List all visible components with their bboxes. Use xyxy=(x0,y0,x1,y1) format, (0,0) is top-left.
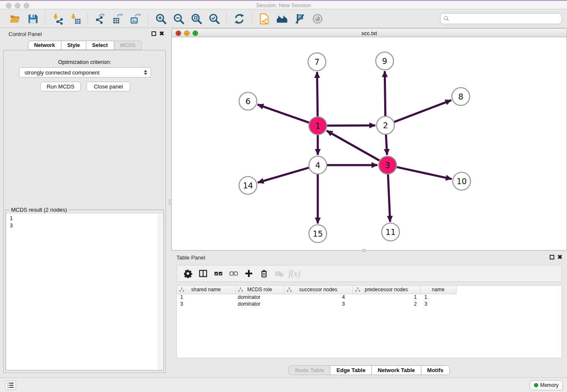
graph-edge-3-10[interactable] xyxy=(396,167,451,179)
delete-table-button[interactable] xyxy=(272,267,286,280)
table-cell[interactable]: 1 xyxy=(177,294,235,301)
graph-node-9[interactable]: 9 xyxy=(376,52,394,70)
refresh-button[interactable] xyxy=(231,12,247,26)
search-field[interactable] xyxy=(440,13,562,24)
export-network-button[interactable] xyxy=(93,12,108,26)
column-header-mcds-role[interactable]: MCDS role xyxy=(235,286,284,294)
save-session-button[interactable] xyxy=(25,12,40,26)
svg-text:3: 3 xyxy=(385,160,390,170)
result-scrollbar[interactable] xyxy=(158,214,163,370)
add-column-button[interactable] xyxy=(242,267,256,280)
tab-node-table[interactable]: Node Table xyxy=(289,365,330,375)
graph-node-11[interactable]: 11 xyxy=(382,223,399,241)
home-button[interactable] xyxy=(274,12,289,26)
eye-button[interactable] xyxy=(310,12,325,26)
window-resize-handle[interactable] xyxy=(363,249,366,252)
column-header-name[interactable]: name xyxy=(420,286,456,294)
table-cell[interactable]: 1 xyxy=(352,294,420,301)
table-cell[interactable]: 3 xyxy=(177,301,235,307)
close-panel-button[interactable]: Close panel xyxy=(86,82,130,91)
graph-node-2[interactable]: 2 xyxy=(377,116,394,134)
tab-network[interactable]: Network xyxy=(28,41,61,50)
network-from-file-button[interactable] xyxy=(256,12,272,26)
network-canvas[interactable]: 1234678910111415 xyxy=(171,37,567,251)
tab-mcds[interactable]: MCDS xyxy=(114,41,142,50)
toolbar-separator xyxy=(88,12,88,26)
table-cell[interactable]: 4 xyxy=(284,294,352,301)
trash-icon xyxy=(259,269,269,278)
graph-node-10[interactable]: 10 xyxy=(453,172,471,190)
network-graph[interactable]: 1234678910111415 xyxy=(172,37,567,250)
hierarchy-icon xyxy=(238,287,243,292)
graph-edge-3-11[interactable] xyxy=(388,174,390,222)
task-history-button[interactable] xyxy=(5,381,16,390)
criterion-dropdown[interactable]: strongly connected component xyxy=(19,67,151,77)
search-input[interactable] xyxy=(449,14,561,23)
table-toolbar: f(x) xyxy=(176,265,562,282)
close-panel-icon-button[interactable]: ✖ xyxy=(159,30,165,37)
graph-edge-1-7[interactable] xyxy=(317,72,317,116)
float-panel-button[interactable] xyxy=(151,31,156,36)
table-row[interactable]: 3dominator323 xyxy=(177,301,456,307)
zoom-out-button[interactable] xyxy=(171,12,186,26)
table-cell[interactable]: 1 xyxy=(420,294,456,301)
hierarchy-icon xyxy=(355,287,360,292)
table-settings-button[interactable] xyxy=(181,267,195,280)
graph-node-4[interactable]: 4 xyxy=(309,156,327,174)
export-table-button[interactable] xyxy=(110,12,126,26)
graph-edge-2-3[interactable] xyxy=(386,135,387,155)
graph-node-14[interactable]: 14 xyxy=(239,177,257,194)
graph-edge-3-1[interactable] xyxy=(327,131,380,160)
split-panel-button[interactable] xyxy=(196,267,210,280)
panel-splitter-handle[interactable] xyxy=(169,199,172,205)
graph-edge-4-14[interactable] xyxy=(258,168,309,182)
table-cell[interactable]: 3 xyxy=(420,301,456,307)
close-table-panel-button[interactable]: ✖ xyxy=(557,254,563,260)
graph-edge-1-6[interactable] xyxy=(258,105,309,123)
table-cell[interactable]: dominator xyxy=(235,294,284,301)
flag-toggle-button[interactable] xyxy=(292,12,307,26)
hierarchy-icon xyxy=(287,287,292,292)
graph-node-8[interactable]: 8 xyxy=(452,88,470,105)
open-session-button[interactable] xyxy=(7,12,22,26)
column-header-successor-nodes[interactable]: successor nodes xyxy=(284,286,352,294)
zoom-in-button[interactable] xyxy=(153,12,168,26)
graph-node-3[interactable]: 3 xyxy=(379,156,396,174)
flag-icon xyxy=(294,13,306,25)
network-window-titlebar[interactable]: x – + scc.txt xyxy=(171,28,567,37)
zoom-fit-button[interactable] xyxy=(189,12,204,26)
tab-motifs[interactable]: Motifs xyxy=(421,365,450,375)
graph-edge-2-9[interactable] xyxy=(385,71,385,116)
tab-select[interactable]: Select xyxy=(86,41,114,50)
table-cell[interactable]: dominator xyxy=(235,301,284,307)
column-header-shared-name[interactable]: shared name xyxy=(177,286,235,294)
eye-icon xyxy=(312,13,323,25)
zoom-selected-button[interactable] xyxy=(206,12,222,26)
import-network-button[interactable] xyxy=(50,12,65,26)
float-table-panel-button[interactable] xyxy=(550,255,554,259)
graph-edge-2-8[interactable] xyxy=(394,100,451,122)
graph-node-1[interactable]: 1 xyxy=(309,117,327,135)
graph-node-7[interactable]: 7 xyxy=(308,53,326,71)
deselect-all-button[interactable] xyxy=(226,267,241,280)
tab-network-table[interactable]: Network Table xyxy=(372,365,421,375)
column-header-predecessor-nodes[interactable]: predecessor nodes xyxy=(352,286,420,294)
graph-node-6[interactable]: 6 xyxy=(239,92,257,110)
svg-text:15: 15 xyxy=(313,229,323,238)
graph-edge-1-2[interactable] xyxy=(327,125,375,126)
network-window-title: scc.txt xyxy=(172,30,567,36)
mcds-result-area[interactable]: 1 3 xyxy=(6,214,163,370)
delete-column-button[interactable] xyxy=(257,267,271,280)
tab-edge-table[interactable]: Edge Table xyxy=(330,365,372,375)
import-table-button[interactable] xyxy=(68,12,83,26)
function-builder-button[interactable]: f(x) xyxy=(287,267,302,280)
memory-button[interactable]: Memory xyxy=(530,380,563,390)
export-image-button[interactable] xyxy=(128,12,143,26)
graph-node-15[interactable]: 15 xyxy=(309,225,327,243)
tab-style[interactable]: Style xyxy=(61,41,86,50)
select-all-button[interactable] xyxy=(211,267,226,280)
table-cell[interactable]: 3 xyxy=(284,301,352,307)
table-row[interactable]: 1dominator411 xyxy=(177,294,456,301)
table-cell[interactable]: 2 xyxy=(352,301,420,307)
run-mcds-button[interactable]: Run MCDS xyxy=(40,82,81,91)
